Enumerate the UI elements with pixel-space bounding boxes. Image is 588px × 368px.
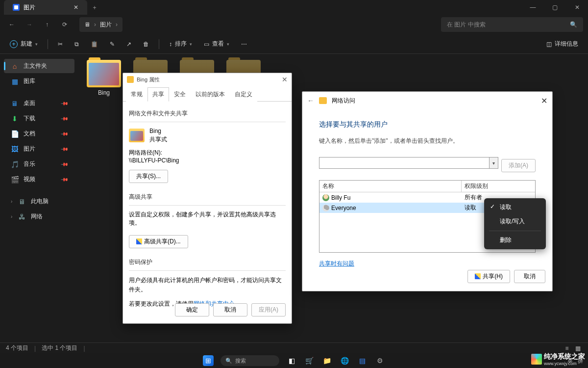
tab-customize[interactable]: 自定义 [230, 87, 257, 102]
chevron-down-icon[interactable]: ▾ [489, 158, 498, 168]
menu-item-read[interactable]: 读取 [486, 200, 544, 214]
sidebar-item-quick[interactable]: 🎵音乐📌 [4, 157, 74, 171]
sidebar-item-quick[interactable]: 🎬视频📌 [4, 172, 74, 186]
cancel-button[interactable]: 取消 [514, 270, 545, 283]
sidebar-label: 图片 [24, 145, 35, 153]
dialog-title-bar[interactable]: Bing 属性 ✕ [123, 73, 292, 86]
section-desc: 设置自定义权限，创建多个共享，并设置其他高级共享选项。 [129, 210, 286, 227]
share-button[interactable]: ↗ [122, 37, 136, 52]
explorer-tab[interactable]: 图片 ✕ [4, 0, 87, 15]
search-input[interactable]: 在 图片 中搜索 🔍 [441, 17, 583, 32]
back-button[interactable]: ← [5, 18, 19, 31]
separator [48, 39, 48, 49]
permission-context-menu: 读取 读取/写入 删除 [484, 198, 546, 249]
sidebar-label: 下载 [24, 114, 35, 123]
close-button[interactable]: ✕ [566, 0, 588, 15]
delete-button[interactable]: 🗑 [138, 37, 154, 52]
sidebar-item-quick[interactable]: 🖼图片📌 [4, 142, 74, 156]
maximize-button[interactable]: ▢ [544, 0, 566, 15]
close-icon[interactable]: ✕ [282, 76, 288, 83]
folder-item[interactable]: Bing [84, 60, 123, 96]
back-button[interactable]: ← [307, 97, 314, 105]
menu-item-remove[interactable]: 删除 [486, 233, 544, 247]
user-perm: 所有者 [465, 193, 482, 202]
paste-button[interactable]: 📋 [86, 37, 103, 52]
quick-icon: ⬇ [11, 115, 19, 123]
tab-previous[interactable]: 以前的版本 [191, 87, 230, 102]
sidebar-label: 主文件夹 [24, 62, 47, 70]
start-button[interactable]: ⊞ [203, 355, 214, 366]
tab-sharing[interactable]: 共享 [147, 87, 169, 102]
taskbar-search[interactable]: 🔍搜索 [220, 355, 279, 366]
folder-icon [129, 129, 145, 142]
view-button[interactable]: ▭ 查看 ▾ [199, 37, 234, 52]
watermark-text: 纯净系统之家 [544, 352, 585, 360]
taskbar-app[interactable]: 📁 [321, 355, 332, 366]
everyone-icon [322, 205, 329, 211]
breadcrumb[interactable]: 🖥 › 图片 › [79, 17, 122, 32]
advanced-share-button[interactable]: 高级共享(D)... [129, 235, 188, 248]
minimize-button[interactable]: — [522, 0, 544, 15]
chevron-down-icon: ▾ [190, 42, 192, 47]
add-tab-button[interactable]: ＋ [87, 3, 102, 12]
taskbar-app[interactable]: 🌐 [339, 355, 350, 366]
window-controls: — ▢ ✕ [522, 0, 588, 15]
forward-button[interactable]: → [23, 18, 36, 31]
copy-button[interactable]: ⧉ [70, 37, 84, 52]
refresh-button[interactable]: ⟳ [58, 18, 72, 31]
tab-general[interactable]: 常规 [126, 87, 147, 102]
sidebar-item-quick[interactable]: 📄文档📌 [4, 127, 74, 141]
add-button[interactable]: 添加(A) [501, 159, 536, 172]
sort-button[interactable]: ↕ 排序 ▾ [164, 37, 197, 52]
cut-button[interactable]: ✂ [53, 37, 68, 52]
ok-button[interactable]: 确定 [175, 303, 209, 316]
net-path-value: \\BILLYFU-PC\Bing [129, 157, 286, 164]
sidebar-item-home[interactable]: ⌂ 主文件夹 [4, 59, 74, 73]
status-bar: 4 个项目 | 选中 1 个项目 | ≡ ▦ [0, 342, 588, 353]
rename-button[interactable]: ✎ [105, 37, 120, 52]
sidebar-item-thispc[interactable]: › 🖥 此电脑 [4, 194, 74, 209]
taskbar-app[interactable]: ⚙ [374, 355, 385, 366]
dialog-footer: 共享(H) 取消 [467, 268, 545, 285]
col-permission[interactable]: 权限级别 [462, 181, 535, 192]
sidebar-item-quick[interactable]: ⬇下载📌 [4, 111, 74, 126]
close-button[interactable]: ✕ [541, 96, 547, 105]
tab-security[interactable]: 安全 [169, 87, 191, 102]
taskbar-app[interactable]: 🛒 [304, 355, 315, 366]
folder-icon [127, 76, 134, 83]
more-button[interactable]: ⋯ [236, 37, 252, 52]
view-grid-button[interactable]: ▦ [573, 345, 582, 352]
apply-button[interactable]: 应用(A) [251, 303, 286, 316]
plus-icon: + [10, 40, 18, 48]
shield-icon [475, 273, 481, 279]
view-list-button[interactable]: ≡ [563, 345, 571, 352]
taskbar-app[interactable]: ▤ [357, 355, 368, 366]
quick-icon: 🎬 [11, 176, 19, 184]
section-title: 密码保护 [129, 258, 286, 266]
taskview-button[interactable]: ◧ [286, 355, 297, 366]
sidebar-item-network[interactable]: › 🖧 网络 [4, 210, 74, 224]
search-label: 搜索 [235, 357, 246, 365]
col-name[interactable]: 名称 [319, 181, 462, 192]
breadcrumb-item[interactable]: 图片 [100, 21, 112, 29]
help-link[interactable]: 共享时有问题 [319, 260, 354, 268]
cancel-button[interactable]: 取消 [213, 303, 247, 316]
new-button[interactable]: + 新建 ▾ [5, 37, 43, 52]
pictures-icon [13, 4, 20, 11]
tab-close-icon[interactable]: ✕ [74, 4, 78, 11]
sidebar-item-gallery[interactable]: ▦ 图库 [4, 74, 74, 88]
search-icon: 🔍 [225, 358, 232, 364]
menu-item-readwrite[interactable]: 读取/写入 [486, 214, 544, 229]
up-button[interactable]: ↑ [40, 18, 54, 31]
chevron-icon: › [116, 21, 118, 28]
share-summary: Bing 共享式 [129, 127, 286, 144]
divider [129, 205, 286, 206]
pin-icon: 📌 [61, 145, 69, 153]
user-combobox[interactable]: ▾ [319, 157, 498, 169]
properties-dialog: Bing 属性 ✕ 常规 共享 安全 以前的版本 自定义 网络文件和文件夹共享 … [122, 73, 292, 324]
sidebar-label: 此电脑 [31, 197, 49, 206]
share-confirm-button[interactable]: 共享(H) [467, 270, 510, 283]
sidebar-item-quick[interactable]: 🖥桌面📌 [4, 96, 74, 110]
share-button[interactable]: 共享(S)... [129, 170, 168, 183]
details-button[interactable]: ◫ 详细信息 [541, 40, 583, 48]
